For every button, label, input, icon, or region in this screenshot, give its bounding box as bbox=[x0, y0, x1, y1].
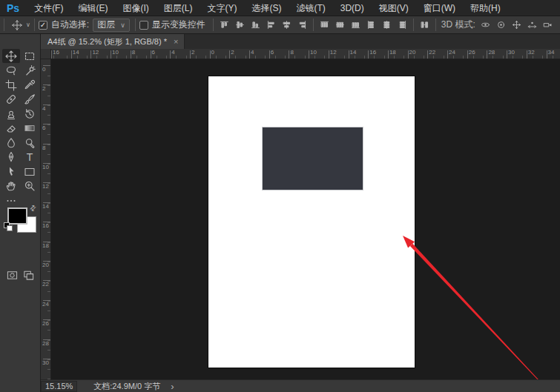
align-top-edges-icon[interactable] bbox=[217, 18, 231, 33]
quick-mask-icon[interactable] bbox=[7, 270, 18, 284]
ruler-tick-label: 22 bbox=[429, 50, 435, 56]
distribute-horizontal-centers-icon[interactable] bbox=[380, 18, 394, 33]
3d-roll-icon[interactable] bbox=[494, 18, 508, 33]
menu-item-8[interactable]: 视图(V) bbox=[372, 0, 416, 16]
auto-select-value: 图层 bbox=[97, 19, 115, 31]
align-bottom-edges-icon[interactable] bbox=[248, 18, 263, 33]
spot-healing-brush-tool[interactable] bbox=[2, 93, 20, 107]
ruler-tick-label: 30 bbox=[42, 360, 49, 365]
3d-camera-icon[interactable] bbox=[541, 18, 555, 33]
ruler-tick-label: 8 bbox=[290, 50, 293, 56]
ruler-tick-label: 30 bbox=[508, 50, 515, 56]
document-window: A4纸 @ 15.2% (矩形 1, RGB/8) * × 1614121086… bbox=[41, 34, 560, 392]
align-horizontal-centers-icon[interactable] bbox=[280, 18, 294, 33]
ruler-tick-label: 16 bbox=[42, 223, 49, 228]
align-right-edges-icon[interactable] bbox=[295, 18, 309, 33]
ruler-tick-label: 18 bbox=[42, 243, 49, 248]
menu-item-2[interactable]: 图像(I) bbox=[115, 0, 156, 16]
default-colors-icon[interactable] bbox=[4, 222, 14, 233]
crop-tool[interactable] bbox=[2, 78, 20, 92]
gradient-tool[interactable] bbox=[21, 122, 39, 136]
path-selection-tool[interactable] bbox=[2, 165, 20, 179]
horizontal-ruler[interactable]: 1614121086420246810121416182022242628303… bbox=[51, 49, 560, 59]
ruler-tick-label: 20 bbox=[409, 50, 416, 56]
ruler-tick-label: 14 bbox=[42, 204, 49, 209]
align-vertical-centers-icon[interactable] bbox=[233, 18, 247, 33]
menu-items: 文件(F)编辑(E)图像(I)图层(L)文字(Y)选择(S)滤镜(T)3D(D)… bbox=[27, 0, 508, 16]
menu-item-9[interactable]: 窗口(W) bbox=[416, 0, 463, 16]
tool-preset-button[interactable]: ∨ bbox=[10, 18, 30, 33]
ruler-tick-label: 24 bbox=[42, 302, 49, 307]
distribute-bottom-edges-icon[interactable] bbox=[349, 18, 363, 33]
3d-slide-icon[interactable] bbox=[525, 18, 539, 33]
ruler-tick-label: 16 bbox=[369, 50, 376, 56]
3d-pan-icon[interactable] bbox=[510, 18, 524, 33]
menu-item-5[interactable]: 选择(S) bbox=[244, 0, 289, 16]
status-bar: 15.15% 文档:24.9M/0 字节 › bbox=[41, 379, 560, 392]
distribute-vertical-centers-icon[interactable] bbox=[333, 18, 347, 33]
distribute-top-edges-icon[interactable] bbox=[317, 18, 332, 33]
clone-stamp-tool[interactable] bbox=[2, 107, 20, 121]
eyedropper-tool[interactable] bbox=[21, 78, 39, 92]
show-transform-label: 显示变换控件 bbox=[152, 19, 205, 31]
separator bbox=[313, 19, 314, 31]
ruler-tick-label: 2 bbox=[191, 50, 194, 56]
history-brush-tool[interactable] bbox=[21, 107, 39, 121]
auto-select-checkbox[interactable]: ✓ bbox=[39, 21, 47, 30]
ruler-tick-label: 28 bbox=[42, 341, 49, 346]
menu-item-6[interactable]: 滤镜(T) bbox=[289, 0, 332, 16]
ruler-tick-label: 22 bbox=[42, 282, 49, 287]
zoom-tool[interactable] bbox=[21, 179, 39, 193]
brush-tool[interactable] bbox=[21, 93, 39, 107]
ruler-tick-label: 6 bbox=[42, 125, 49, 130]
blur-tool[interactable] bbox=[2, 136, 20, 150]
menu-item-0[interactable]: 文件(F) bbox=[27, 0, 70, 16]
close-icon[interactable]: × bbox=[174, 37, 178, 46]
ruler-origin-corner[interactable] bbox=[41, 49, 51, 59]
menu-item-1[interactable]: 编辑(E) bbox=[70, 0, 115, 16]
canvas-a4-page[interactable] bbox=[208, 76, 415, 368]
menu-item-7[interactable]: 3D(D) bbox=[333, 0, 372, 16]
menu-item-3[interactable]: 图层(L) bbox=[157, 0, 200, 16]
ruler-tick-label: 18 bbox=[389, 50, 396, 56]
dodge-tool[interactable] bbox=[21, 136, 39, 150]
distribute-left-edges-icon[interactable] bbox=[364, 18, 378, 33]
ruler-tick-label: 4 bbox=[42, 106, 49, 111]
distribute-right-edges-icon[interactable] bbox=[395, 18, 409, 33]
photoshop-logo: Ps bbox=[0, 2, 27, 14]
3d-orbit-icon[interactable] bbox=[478, 18, 493, 33]
menu-bar: Ps 文件(F)编辑(E)图像(I)图层(L)文字(Y)选择(S)滤镜(T)3D… bbox=[0, 0, 560, 16]
rectangular-marquee-tool[interactable] bbox=[21, 49, 39, 63]
zoom-level-field[interactable]: 15.15% bbox=[41, 381, 77, 392]
pen-tool[interactable] bbox=[2, 150, 20, 165]
quick-selection-tool[interactable] bbox=[21, 64, 39, 78]
separator bbox=[213, 19, 214, 31]
menu-item-10[interactable]: 帮助(H) bbox=[463, 0, 508, 16]
document-tab[interactable]: A4纸 @ 15.2% (矩形 1, RGB/8) * × bbox=[41, 34, 185, 49]
status-options-chevron-icon[interactable]: › bbox=[171, 382, 174, 391]
eraser-tool[interactable] bbox=[2, 122, 20, 136]
ruler-tick-label: 8 bbox=[42, 145, 49, 150]
ruler-tick-label: 10 bbox=[112, 50, 119, 56]
lasso-tool[interactable] bbox=[2, 64, 20, 78]
ruler-tick-label: 24 bbox=[449, 50, 455, 56]
screen-mode-icon[interactable] bbox=[23, 270, 34, 284]
align-left-edges-icon[interactable] bbox=[264, 18, 278, 33]
toolbar-bottom-icons bbox=[0, 270, 41, 284]
rectangle-shape-tool[interactable] bbox=[21, 165, 39, 179]
ruler-tick-label: 6 bbox=[152, 50, 155, 56]
show-transform-checkbox[interactable]: ✓ bbox=[139, 21, 148, 30]
ruler-tick-label: 2 bbox=[42, 86, 49, 91]
menu-item-4[interactable]: 文字(Y) bbox=[200, 0, 244, 16]
distribute-spacing-icon[interactable] bbox=[418, 18, 432, 33]
ruler-tick-label: 2 bbox=[231, 50, 234, 56]
auto-select-dropdown[interactable]: 图层 ∨ bbox=[93, 19, 130, 32]
hand-tool[interactable] bbox=[2, 179, 20, 193]
vertical-ruler[interactable]: 024681012141618202224262830 bbox=[41, 59, 51, 379]
type-tool[interactable]: T bbox=[21, 150, 39, 165]
separator bbox=[4, 19, 4, 31]
rectangle-shape-layer[interactable] bbox=[262, 127, 363, 190]
move-tool[interactable] bbox=[2, 49, 20, 63]
ruler-tick-label: 4 bbox=[251, 50, 254, 56]
pasteboard[interactable] bbox=[51, 59, 560, 379]
